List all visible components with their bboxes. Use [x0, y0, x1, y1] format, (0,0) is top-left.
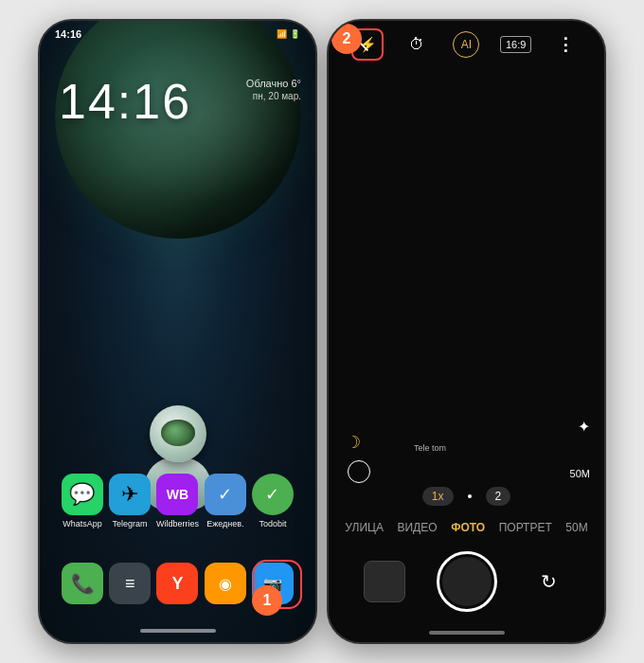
app-whatsapp[interactable]: 💬 WhatsApp — [62, 474, 103, 529]
ai-label: AI — [453, 31, 479, 58]
gallery-thumbnail[interactable] — [364, 561, 405, 602]
megapixel-button[interactable]: 50M — [570, 468, 590, 479]
dock-wallet[interactable]: ◉ — [205, 563, 246, 604]
camera-screen: ⚡ ⏱ AI 16:9 ⋮ 2 ☽ 5 — [329, 21, 604, 642]
telegram-icon[interactable]: ✈ — [109, 474, 151, 515]
zoom-1x-button[interactable]: 1x — [422, 487, 454, 506]
planet-decoration — [55, 21, 301, 239]
weather-condition: Облачно 6° — [246, 78, 301, 89]
dock-yandex[interactable]: Y — [156, 563, 198, 604]
ai-button[interactable]: AI — [450, 28, 482, 61]
app-todobit[interactable]: ✓ Todobit — [252, 474, 294, 529]
mode-photo[interactable]: ФОТО — [451, 521, 485, 534]
mode-portrait[interactable]: ПОРТРЕТ — [499, 521, 552, 534]
flip-icon: ↻ — [541, 570, 557, 593]
zoom-dot — [468, 494, 472, 498]
clock-time: 14:16 — [59, 73, 191, 130]
clock-display: 14:16 — [59, 73, 191, 130]
telegram-label: Telegram — [112, 519, 147, 529]
ratio-label: 16:9 — [500, 36, 531, 53]
mode-street[interactable]: УЛИЦА — [345, 521, 384, 534]
camera-bottom: 1x 2 УЛИЦА ВИДЕО ФОТО ПОРТРЕТ 50М — [329, 479, 604, 642]
shutter-button[interactable] — [437, 551, 497, 612]
step-badge-1: 1 — [252, 585, 282, 616]
magic-wand-icon: ✦ — [578, 419, 590, 435]
left-phone: 14:16 📶 🔋 14:16 Облачно 6° пн, 20 мар. 💬… — [38, 19, 317, 644]
diary-icon[interactable]: ✓ — [205, 474, 246, 515]
dock-menu[interactable]: ≡ — [109, 563, 151, 604]
status-icons: 📶 🔋 — [277, 29, 300, 39]
weather-date: пн, 20 мар. — [246, 91, 301, 101]
app-grid: 💬 WhatsApp ✈ Telegram WB Wildberries ✓ Е… — [40, 474, 315, 529]
camera-top-bar: ⚡ ⏱ AI 16:9 ⋮ — [329, 21, 604, 68]
astronaut-visor — [161, 420, 195, 446]
zoom-2x-button[interactable]: 2 — [486, 487, 511, 506]
whatsapp-label: WhatsApp — [63, 519, 102, 529]
whatsapp-icon[interactable]: 💬 — [62, 474, 103, 515]
mode-50m[interactable]: 50М — [565, 521, 587, 534]
todobit-label: Todobit — [259, 519, 286, 529]
magic-wand-button[interactable]: ✦ — [578, 418, 590, 436]
ratio-button[interactable]: 16:9 — [500, 28, 532, 61]
more-options-button[interactable]: ⋮ — [549, 28, 581, 61]
planet-clouds — [55, 21, 301, 239]
app-telegram[interactable]: ✈ Telegram — [109, 474, 151, 529]
teletom-label: Tele tom — [414, 443, 446, 453]
camera-home-indicator — [429, 631, 505, 635]
status-bar: 14:16 📶 🔋 — [40, 21, 315, 47]
weather-info: Облачно 6° пн, 20 мар. — [246, 78, 301, 101]
astronaut-helmet — [150, 405, 206, 462]
mode-video[interactable]: ВИДЕО — [397, 521, 437, 534]
step-badge-2: 2 — [331, 24, 362, 54]
todobit-icon[interactable]: ✓ — [252, 474, 294, 515]
zoom-bar: 1x 2 — [329, 479, 604, 513]
camera-controls-row: ↻ — [329, 542, 604, 631]
diary-label: Ежеднев. — [206, 519, 243, 529]
camera-modes: УЛИЦА ВИДЕО ФОТО ПОРТРЕТ 50М — [329, 513, 604, 542]
app-diary[interactable]: ✓ Ежеднев. — [205, 474, 246, 529]
status-time: 14:16 — [55, 28, 81, 40]
app-wildberries[interactable]: WB Wildberries — [156, 474, 199, 529]
timer-button[interactable]: ⏱ — [401, 28, 433, 61]
dock-phone[interactable]: 📞 — [62, 563, 103, 604]
signal-icon: 📶 — [277, 29, 287, 39]
timer-icon: ⏱ — [409, 36, 424, 53]
more-icon: ⋮ — [557, 34, 574, 55]
home-indicator — [140, 629, 216, 633]
wb-label: Wildberries — [156, 519, 199, 529]
night-mode-icon[interactable]: ☽ — [346, 432, 361, 453]
shutter-inner — [442, 557, 492, 606]
right-phone: ⚡ ⏱ AI 16:9 ⋮ 2 ☽ 5 — [327, 19, 606, 644]
flip-camera-button[interactable]: ↻ — [528, 561, 570, 602]
wb-icon[interactable]: WB — [156, 474, 198, 515]
battery-icon: 🔋 — [290, 29, 300, 39]
